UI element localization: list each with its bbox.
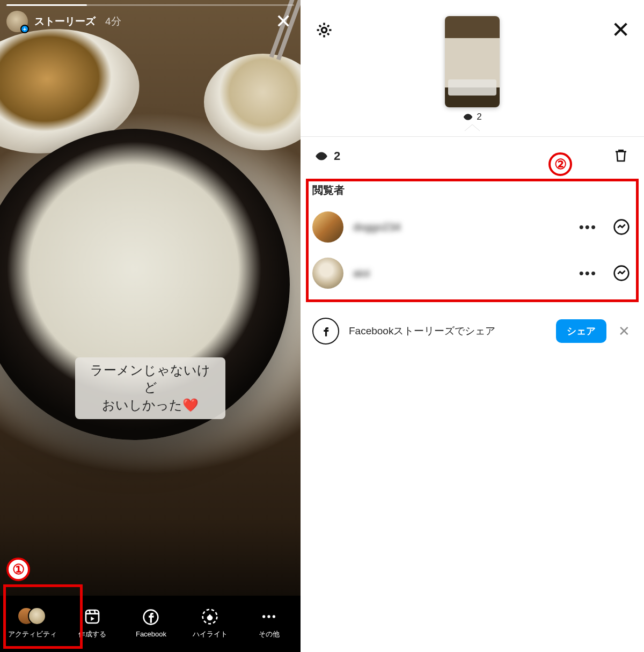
add-story-plus-icon: +: [20, 25, 29, 33]
activity-button[interactable]: アクティビティ: [8, 607, 57, 639]
highlight-button[interactable]: ハイライト: [186, 607, 233, 639]
story-title: ストーリーズ: [34, 14, 96, 28]
annotation-badge-1: ①: [6, 558, 30, 581]
viewer-username[interactable]: aioi: [353, 267, 565, 280]
svg-line-3: [94, 610, 95, 614]
close-button[interactable]: ✕: [610, 19, 631, 41]
story-thumbnail[interactable]: [445, 16, 500, 107]
svg-point-9: [321, 27, 326, 32]
message-button[interactable]: [611, 216, 632, 238]
more-label: その他: [259, 629, 280, 639]
eye-icon: [463, 112, 473, 122]
selected-indicator-icon: [465, 123, 480, 131]
messenger-icon: [613, 265, 630, 282]
viewer-row[interactable]: aioi •••: [301, 250, 644, 296]
create-reel-icon: [83, 607, 102, 626]
facebook-icon: [312, 318, 339, 345]
dismiss-share-button[interactable]: ✕: [616, 323, 632, 340]
more-icon: [259, 607, 279, 626]
story-timestamp: 4分: [105, 14, 121, 28]
svg-point-10: [467, 116, 470, 119]
story-bottom-toolbar: アクティビティ 作成する Facebook ハイライト その他: [0, 596, 301, 652]
annotation-badge-2: ②: [548, 152, 572, 176]
story-viewers-panel: 2 ✕ 2 閲覧者 doggo234 ••• aioi •••: [301, 0, 644, 652]
story-progress-bar[interactable]: [6, 4, 294, 6]
messenger-icon: [613, 218, 630, 236]
viewers-heading: 閲覧者: [301, 174, 644, 204]
viewer-more-button[interactable]: •••: [575, 265, 601, 282]
activity-label: アクティビティ: [8, 629, 57, 639]
thumbnail-view-count: 2: [463, 112, 481, 122]
svg-line-2: [89, 610, 90, 614]
story-view-panel: + ストーリーズ 4分 ✕ ラーメンじゃないけど おいしかった❤️ アクティビテ…: [0, 0, 301, 652]
story-progress-fill: [6, 4, 87, 6]
user-avatar[interactable]: +: [6, 11, 28, 32]
svg-point-8: [273, 615, 275, 618]
settings-button[interactable]: [313, 19, 335, 41]
viewers-top-row: 2 ✕: [301, 0, 644, 131]
message-button[interactable]: [611, 262, 632, 284]
facebook-button[interactable]: Facebook: [127, 607, 174, 638]
gear-icon: [315, 21, 333, 39]
facebook-share-text: Facebookストーリーズでシェア: [349, 324, 546, 338]
story-thumbnail-area: 2: [445, 16, 500, 131]
viewer-username[interactable]: doggo234: [353, 221, 565, 233]
facebook-icon: [141, 607, 160, 627]
create-button[interactable]: 作成する: [69, 607, 116, 639]
story-caption: ラーメンじゃないけど おいしかった❤️: [75, 357, 225, 419]
viewer-avatars-icon: [17, 607, 47, 626]
close-icon[interactable]: ✕: [273, 12, 294, 31]
view-count-row: 2: [301, 137, 644, 174]
heart-icon: ❤️: [182, 398, 199, 412]
more-button[interactable]: その他: [245, 607, 292, 639]
caption-line-2: おいしかった❤️: [85, 397, 216, 414]
svg-rect-0: [86, 610, 99, 623]
viewer-row[interactable]: doggo234 •••: [301, 204, 644, 250]
caption-line-1: ラーメンじゃないけど: [85, 362, 216, 397]
highlight-label: ハイライト: [193, 629, 228, 639]
story-image[interactable]: [0, 0, 301, 652]
facebook-share-row: Facebookストーリーズでシェア シェア ✕: [301, 308, 644, 354]
view-count: 2: [314, 149, 340, 163]
story-header: + ストーリーズ 4分 ✕: [6, 11, 294, 32]
svg-point-6: [262, 615, 265, 618]
viewer-more-button[interactable]: •••: [575, 219, 601, 236]
viewer-avatar[interactable]: [312, 211, 343, 243]
eye-icon: [314, 149, 328, 163]
highlight-icon: [200, 607, 219, 626]
delete-button[interactable]: [613, 148, 630, 165]
facebook-label: Facebook: [136, 630, 166, 638]
trash-icon: [613, 148, 629, 164]
viewer-avatar[interactable]: [312, 258, 343, 289]
share-button[interactable]: シェア: [556, 319, 606, 343]
create-label: 作成する: [78, 629, 106, 639]
svg-point-11: [320, 155, 324, 158]
svg-point-7: [267, 615, 270, 618]
